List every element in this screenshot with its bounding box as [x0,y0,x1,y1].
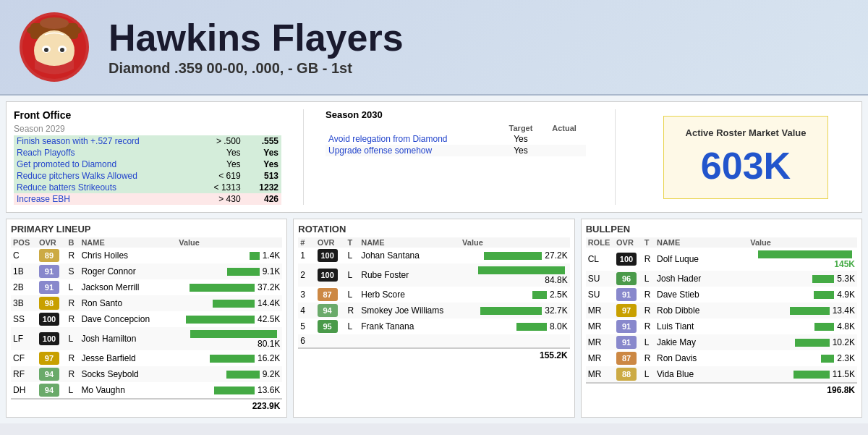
col-goal [326,123,499,133]
fo-divider [303,109,304,205]
t-cell: L [642,334,655,350]
ovr-badge: 97 [616,304,637,317]
lineup-row: SS 100 R Dave Concepcion 42.5K [11,311,282,327]
ovr-cell: 91 [614,334,642,350]
pos-cell: SS [11,311,37,327]
pos-cell: 1B [11,263,37,279]
bullpen-col-role: ROLE [586,237,614,248]
name-cell: Ron Davis [655,350,748,366]
name-cell: Smokey Joe Williams [359,303,460,318]
name-cell: Frank Tanana [359,318,460,334]
bullpen-row: MR 88 L Vida Blue 11.5K [586,366,857,383]
goal-text: Avoid relegation from Diamond [326,133,499,145]
value-bar [478,266,565,274]
bullpen-col-t: T [642,237,655,248]
rotation-row: 4 94 R Smokey Joe Williams 32.7K [298,303,569,318]
ovr-cell: 91 [37,279,66,295]
ovr-badge: 87 [318,288,338,301]
lineup-table: POS OVR B NAME Value C 89 R Chris Hoiles… [11,237,282,413]
rotation-total-value: 155.2K [460,348,570,362]
bullpen-title: BULLPEN [586,224,857,235]
svg-point-9 [60,48,64,52]
team-info: Hawkins Flayers Diamond .359 00-00, .000… [109,17,404,77]
name-cell: Vida Blue [655,366,748,383]
num-cell: 2 [298,263,315,287]
market-value-number: 603K [686,144,807,187]
ovr-cell: 91 [614,318,642,334]
ovr-cell: 94 [37,366,66,382]
name-cell: Jackson Merrill [79,279,176,295]
role-cell: MR [586,318,614,334]
ovr-badge: 96 [616,272,637,285]
t-cell: L [346,248,359,263]
pos-cell: RF [11,366,37,382]
market-value-title: Active Roster Market Value [686,127,807,138]
lineup-section: PRIMARY LINEUP POS OVR B NAME Value C 89… [6,219,287,418]
name-cell: Ron Santo [79,295,176,311]
b-cell: R [66,311,79,327]
num-cell: 4 [298,303,315,318]
num-cell: 3 [298,287,315,303]
goal-target: > 430 [193,193,247,205]
col-actual: Actual [542,123,586,133]
value-cell: 16.2K [176,350,282,366]
ovr-badge: 94 [39,368,59,381]
value-bar [758,250,852,258]
value-cell: 80.1K [176,327,282,350]
goal-2030-row: Avoid relegation from Diamond Yes [326,133,586,145]
value-cell: 2.3K [748,350,857,366]
goal-actual: Yes [247,147,281,159]
t-cell: R [642,248,655,271]
value-cell: 4.8K [748,318,857,334]
ovr-cell: 87 [614,350,642,366]
value-cell: 14.4K [176,295,282,311]
goal-target: Yes [499,145,542,156]
lineup-total-value: 223.9K [176,399,282,413]
lineup-total-label [11,399,176,413]
value-bar [484,252,542,260]
ovr-badge: 91 [616,320,637,333]
name-cell: Chris Hoiles [79,248,176,263]
b-cell: R [66,295,79,311]
name-cell: Rob Dibble [655,303,748,318]
name-cell: Dave Stieb [655,287,748,303]
team-subtitle: Diamond .359 00-00, .000, - GB - 1st [109,60,404,77]
name-cell: Johan Santana [359,248,460,263]
ovr-badge: 94 [318,304,338,317]
ovr-cell: 98 [37,295,66,311]
ovr-cell: 94 [315,303,346,318]
ovr-cell: 97 [614,303,642,318]
value-bar [190,330,277,338]
value-bar [793,371,830,379]
name-cell: Dolf Luque [655,248,748,271]
t-cell [346,334,359,348]
rotation-col-name: NAME [359,237,460,248]
value-bar [795,339,830,347]
svg-point-8 [44,48,48,52]
goals-2030-table: Target Actual Avoid relegation from Diam… [326,123,586,156]
ovr-badge: 89 [39,249,59,262]
bullpen-row: MR 87 R Ron Davis 2.3K [586,350,857,366]
name-cell [359,334,460,348]
ovr-badge: 100 [318,249,338,262]
bullpen-total-row: 196.8K [586,383,857,397]
goal-2029-row: Finish season with +.527 record > .500 .… [14,135,281,147]
ovr-badge: 100 [616,253,637,266]
ovr-cell: 100 [37,327,66,350]
role-cell: MR [586,350,614,366]
t-cell: R [642,350,655,366]
value-cell: 27.2K [460,248,570,263]
ovr-cell: 94 [37,382,66,399]
rotation-col-value: Value [460,237,570,248]
goal-actual: .555 [247,135,281,147]
goal-target: Yes [499,133,542,145]
ovr-cell: 91 [614,287,642,303]
t-cell: L [642,366,655,383]
value-bar [186,316,255,324]
bullpen-section: BULLPEN ROLE OVR T NAME Value CL 100 R D… [581,219,862,418]
bullpen-total-value: 196.8K [748,383,857,397]
num-cell: 5 [298,318,315,334]
ovr-cell: 95 [315,318,346,334]
bullpen-col-name: NAME [655,237,748,248]
rotation-row: 2 100 L Rube Foster 84.8K [298,263,569,287]
